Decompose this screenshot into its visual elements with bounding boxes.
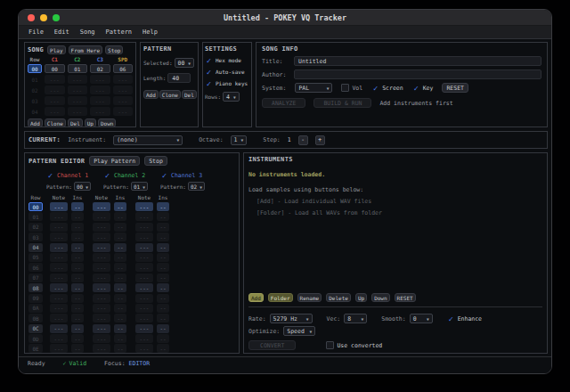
song-cell[interactable]: 06 <box>113 64 134 73</box>
note-cell[interactable]: --- <box>93 274 110 282</box>
note-cell[interactable]: --- <box>135 283 153 292</box>
pattern-row-number[interactable]: 02 <box>28 223 43 232</box>
hex-mode-checkbox[interactable]: Hex mode <box>205 56 249 64</box>
note-cell[interactable]: --- <box>93 263 110 272</box>
song-cell[interactable]: 00 <box>45 64 65 73</box>
ins-cell[interactable]: -- <box>114 233 126 241</box>
note-cell[interactable]: --- <box>93 314 110 323</box>
note-cell[interactable]: --- <box>93 202 110 211</box>
octave-dropdown[interactable]: 1 <box>231 135 248 145</box>
delete-instrument-button[interactable]: Delete <box>326 293 351 302</box>
note-cell[interactable]: --- <box>50 344 68 353</box>
ins-cell[interactable]: -- <box>71 202 84 211</box>
ins-cell[interactable]: -- <box>71 324 84 333</box>
pattern-row-number[interactable]: 0E <box>28 344 43 353</box>
ins-cell[interactable]: -- <box>157 304 169 313</box>
note-cell[interactable]: --- <box>135 233 153 241</box>
note-cell[interactable]: --- <box>50 202 68 211</box>
ins-cell[interactable]: -- <box>71 314 84 323</box>
ins-cell[interactable]: -- <box>71 294 84 303</box>
ins-cell[interactable]: -- <box>157 253 169 262</box>
ins-cell[interactable]: -- <box>157 263 169 272</box>
note-cell[interactable]: --- <box>135 314 153 323</box>
use-converted-checkbox[interactable]: Use converted <box>326 341 382 349</box>
ins-cell[interactable]: -- <box>157 283 169 292</box>
optimize-dropdown[interactable]: Speed <box>283 326 315 336</box>
note-cell[interactable]: --- <box>50 223 68 232</box>
song-cell[interactable]: --- <box>68 107 88 116</box>
note-cell[interactable]: --- <box>50 274 68 282</box>
title-bar[interactable]: Untitled - POKEY VQ Tracker <box>19 10 551 26</box>
note-cell[interactable]: --- <box>50 283 68 292</box>
note-cell[interactable]: --- <box>135 253 153 262</box>
pattern-clone-button[interactable]: Clone <box>159 90 181 99</box>
ins-cell[interactable]: -- <box>114 324 126 333</box>
ins-cell[interactable]: -- <box>157 243 169 252</box>
ins-cell[interactable]: -- <box>157 344 169 353</box>
note-cell[interactable]: --- <box>135 274 153 282</box>
note-cell[interactable]: --- <box>50 253 68 262</box>
note-cell[interactable]: --- <box>135 202 153 211</box>
song-row-label[interactable]: 01 <box>28 75 42 84</box>
system-dropdown[interactable]: PAL <box>295 83 332 93</box>
song-cell[interactable]: 02 <box>90 64 110 73</box>
ins-cell[interactable]: -- <box>157 202 169 211</box>
analyze-button[interactable]: ANALYZE <box>262 98 305 108</box>
song-cell[interactable]: --- <box>113 75 134 84</box>
pattern-stop-button[interactable]: Stop <box>144 156 167 166</box>
note-cell[interactable]: --- <box>135 212 153 221</box>
ins-cell[interactable]: -- <box>114 263 126 272</box>
ins-cell[interactable]: -- <box>114 274 126 282</box>
ins-cell[interactable]: -- <box>114 243 126 252</box>
note-cell[interactable]: --- <box>93 253 110 262</box>
ins-cell[interactable]: -- <box>114 314 126 323</box>
pattern-row-number[interactable]: 00 <box>28 202 43 211</box>
vol-checkbox[interactable]: Vol <box>341 84 362 92</box>
ins-cell[interactable]: -- <box>157 274 169 282</box>
song-cell[interactable]: --- <box>68 86 88 94</box>
song-up-button[interactable]: Up <box>85 118 96 127</box>
ins-cell[interactable]: -- <box>114 304 126 313</box>
length-input[interactable]: 40 <box>167 73 191 83</box>
channel-2-pattern-dropdown[interactable]: 01 <box>131 182 148 191</box>
note-cell[interactable]: --- <box>93 233 110 241</box>
ins-cell[interactable]: -- <box>71 212 84 221</box>
channel-1-pattern-dropdown[interactable]: 00 <box>74 182 91 191</box>
ins-cell[interactable]: -- <box>71 334 84 343</box>
song-cell[interactable]: --- <box>90 107 110 116</box>
song-cell[interactable]: --- <box>113 86 134 94</box>
pattern-row-number[interactable]: 03 <box>28 233 43 241</box>
note-cell[interactable]: --- <box>135 294 153 303</box>
note-cell[interactable]: --- <box>135 344 153 353</box>
step-increment-button[interactable]: + <box>315 135 325 145</box>
up-instrument-button[interactable]: Up <box>355 293 367 302</box>
ins-cell[interactable]: -- <box>71 253 84 262</box>
channel-3-toggle[interactable]: Channel 3 <box>160 171 217 179</box>
song-cell[interactable]: --- <box>68 75 88 84</box>
note-cell[interactable]: --- <box>50 243 68 252</box>
song-row-label[interactable]: 04 <box>28 107 42 116</box>
pattern-row-number[interactable]: 09 <box>28 294 43 303</box>
ins-cell[interactable]: -- <box>71 274 84 282</box>
note-cell[interactable]: --- <box>50 263 68 272</box>
down-instrument-button[interactable]: Down <box>371 293 389 302</box>
song-cell[interactable]: --- <box>113 107 134 116</box>
note-cell[interactable]: --- <box>93 304 110 313</box>
note-cell[interactable]: --- <box>50 314 68 323</box>
song-cell[interactable]: --- <box>113 96 134 105</box>
pattern-row-number[interactable]: 08 <box>28 283 43 292</box>
ins-cell[interactable]: -- <box>157 324 169 333</box>
song-row-label[interactable]: 02 <box>28 86 42 94</box>
rows-dropdown[interactable]: 4 <box>223 92 240 102</box>
ins-cell[interactable]: -- <box>71 233 84 241</box>
ins-cell[interactable]: -- <box>157 223 169 232</box>
menu-item-help[interactable]: Help <box>138 28 162 37</box>
note-cell[interactable]: --- <box>50 212 68 221</box>
ins-cell[interactable]: -- <box>71 344 84 353</box>
note-cell[interactable]: --- <box>135 223 153 232</box>
selected-pattern-dropdown[interactable]: 00 <box>175 58 195 68</box>
rate-dropdown[interactable]: 5279 Hz <box>270 314 313 323</box>
ins-cell[interactable]: -- <box>114 212 126 221</box>
pattern-row-number[interactable]: 01 <box>28 212 43 221</box>
menu-item-song[interactable]: Song <box>76 28 100 37</box>
